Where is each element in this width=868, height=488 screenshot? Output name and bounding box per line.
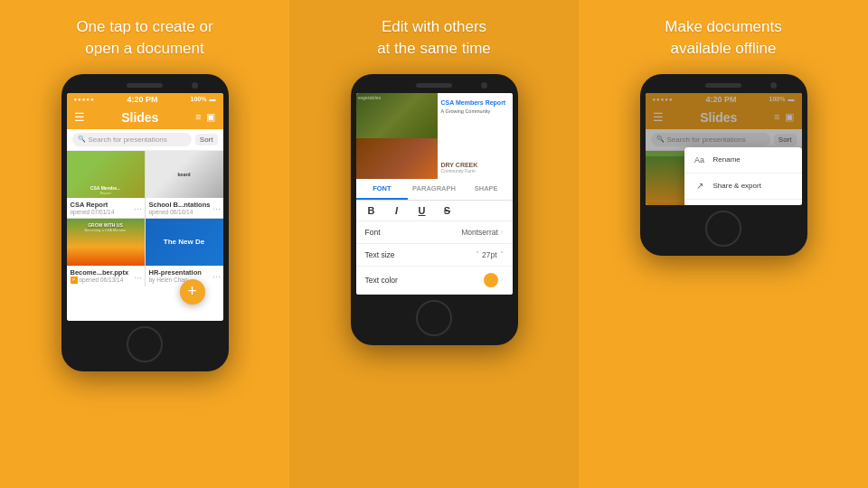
sort-button-one[interactable]: Sort bbox=[195, 134, 218, 145]
context-menu-share[interactable]: ↗ Share & export bbox=[684, 174, 802, 200]
slide-logo: DRY CREEK bbox=[441, 162, 509, 168]
battery-icon-one: ▬ bbox=[209, 96, 215, 102]
doc-card-csa[interactable]: CSA Membe... Report CSA Report opened 07… bbox=[67, 151, 145, 218]
phone-speaker-two bbox=[416, 83, 452, 88]
doc-thumb-grow: GROW WITH US Becoming a CSA Member bbox=[67, 219, 145, 266]
share-icon: ↗ bbox=[693, 180, 706, 192]
slide-preview: vegetables CSA Members Report A Growing … bbox=[356, 93, 513, 179]
status-bar-one: ●●●●● 4:20 PM 100% ▬ bbox=[67, 93, 223, 106]
share-label: Share & export bbox=[713, 182, 761, 190]
doc-more-hr[interactable]: ⋯ bbox=[212, 273, 221, 282]
font-label: Font bbox=[365, 228, 381, 237]
tab-font[interactable]: FONT bbox=[356, 179, 409, 200]
slide-left-bottom bbox=[356, 138, 438, 179]
panel-one-title: One tap to create or open a document bbox=[76, 16, 212, 60]
phone-three: ●●●●● 4:20 PM 100% ▬ ☰ Slides ≡ ▣ bbox=[640, 74, 807, 256]
phone-two: vegetables CSA Members Report A Growing … bbox=[351, 74, 518, 345]
phone-camera-three bbox=[770, 82, 777, 89]
main-layout: One tap to create or open a document ●●●… bbox=[0, 0, 868, 488]
panel-offline: Make documents available offline ●●●●● 4… bbox=[579, 0, 868, 488]
phone-home-one[interactable] bbox=[127, 326, 163, 362]
doc-more-grow[interactable]: ⋯ bbox=[134, 274, 142, 283]
doc-more-csa[interactable]: ⋯ bbox=[134, 205, 142, 214]
size-label: Text size bbox=[365, 250, 395, 259]
toolbar-tabs: FONT PARAGRAPH SHAPE bbox=[356, 179, 513, 201]
slide-right: CSA Members Report A Growing Community D… bbox=[438, 93, 513, 179]
phone-screen-two: vegetables CSA Members Report A Growing … bbox=[356, 93, 513, 295]
tab-paragraph[interactable]: PARAGRAPH bbox=[408, 179, 460, 200]
underline-button[interactable]: U bbox=[414, 205, 430, 216]
font-value: Montserrat › bbox=[461, 228, 503, 237]
context-menu-keep[interactable]: 📌 Keep on device bbox=[684, 200, 802, 205]
phone-speaker-three bbox=[705, 83, 741, 88]
doc-thumb-csa: CSA Membe... Report bbox=[67, 151, 145, 198]
panel-offline-title: Make documents available offline bbox=[665, 16, 781, 60]
size-value: ˅ 27pt ˄ bbox=[476, 250, 504, 259]
panel-edit-title: Edit with others at the same time bbox=[377, 16, 491, 60]
doc-more-school[interactable]: ⋯ bbox=[212, 205, 221, 214]
color-chevron: › bbox=[501, 276, 504, 284]
panel-one-tap: One tap to create or open a document ●●●… bbox=[0, 0, 289, 488]
search-icon-one: 🔍 bbox=[78, 136, 86, 143]
italic-button[interactable]: I bbox=[389, 205, 405, 216]
doc-name-grow: Become...ber.pptx bbox=[71, 268, 141, 277]
doc-name-hr: HR-presentation bbox=[149, 268, 220, 277]
phone-screen-three: ●●●●● 4:20 PM 100% ▬ ☰ Slides ≡ ▣ bbox=[646, 93, 802, 205]
doc-info-school: School B...ntations opened 06/10/14 ⋯ bbox=[146, 198, 223, 218]
size-property-row[interactable]: Text size ˅ 27pt ˄ bbox=[356, 244, 513, 267]
doc-meta-csa: opened 07/01/14 bbox=[71, 209, 141, 215]
phone-one: ●●●●● 4:20 PM 100% ▬ ☰ Slides ≡ ▣ bbox=[61, 74, 229, 371]
doc-thumb-school: board bbox=[146, 151, 223, 198]
battery-one: 100% bbox=[191, 96, 207, 102]
signal-dots-one: ●●●●● bbox=[74, 97, 95, 102]
fab-button-one[interactable]: + bbox=[180, 279, 205, 305]
phone-top-three bbox=[646, 83, 802, 88]
list-icon-one[interactable]: ≡ bbox=[195, 111, 201, 123]
phone-speaker-one bbox=[127, 83, 163, 88]
doc-info-grow: Become...ber.pptx P opened 06/13/14 ⋯ bbox=[67, 266, 145, 286]
bold-button[interactable]: B bbox=[363, 205, 380, 216]
color-label: Text color bbox=[365, 276, 398, 285]
phone-top-one bbox=[67, 83, 223, 88]
font-property-row[interactable]: Font Montserrat › bbox=[356, 221, 513, 244]
doc-thumb-hr: The New De bbox=[146, 219, 223, 266]
search-bar-one: 🔍 Search for presentations Sort bbox=[67, 129, 223, 151]
time-one: 4:20 PM bbox=[127, 95, 158, 104]
pptx-icon-grow: P bbox=[71, 277, 78, 284]
doc-card-grow[interactable]: GROW WITH US Becoming a CSA Member Becom… bbox=[67, 219, 145, 286]
slide-left-top: vegetables bbox=[356, 93, 438, 138]
color-property-row[interactable]: Text color › bbox=[356, 267, 513, 295]
folder-icon-one[interactable]: ▣ bbox=[206, 111, 215, 123]
app-header-one: ☰ Slides ≡ ▣ bbox=[67, 106, 223, 129]
phone-screen-one: ●●●●● 4:20 PM 100% ▬ ☰ Slides ≡ ▣ bbox=[67, 93, 223, 321]
header-icons-one: ≡ ▣ bbox=[195, 111, 215, 123]
phone-top-two bbox=[356, 83, 513, 88]
strikethrough-button[interactable]: S bbox=[439, 205, 456, 216]
doc-meta-school: opened 06/10/14 bbox=[149, 209, 220, 215]
phone-home-two[interactable] bbox=[416, 300, 452, 336]
rename-icon: Aa bbox=[693, 154, 706, 166]
doc-name-school: School B...ntations bbox=[149, 201, 220, 209]
fab-container: + bbox=[67, 286, 223, 321]
phone-camera-one bbox=[192, 82, 198, 89]
search-placeholder-one: Search for presentations bbox=[89, 136, 167, 144]
phone-home-three[interactable] bbox=[705, 211, 741, 247]
slide-title: CSA Members Report bbox=[441, 99, 509, 107]
doc-card-school[interactable]: board School B...ntations opened 06/10/1… bbox=[146, 151, 223, 218]
hamburger-icon-one[interactable]: ☰ bbox=[74, 110, 85, 124]
phone-camera-two bbox=[481, 82, 487, 89]
context-menu-rename[interactable]: Aa Rename bbox=[684, 147, 802, 174]
font-chevron: › bbox=[501, 228, 504, 236]
doc-name-csa: CSA Report bbox=[71, 201, 141, 209]
format-buttons: B I U S bbox=[356, 201, 513, 221]
doc-info-csa: CSA Report opened 07/01/14 ⋯ bbox=[67, 198, 145, 218]
doc-card-hr[interactable]: The New De HR-presentation by Helen Chan… bbox=[146, 219, 223, 286]
slide-logo-sub: Community Farm bbox=[441, 168, 509, 174]
rename-label: Rename bbox=[713, 155, 741, 164]
tab-shape[interactable]: SHAPE bbox=[460, 179, 513, 200]
search-input-one[interactable]: 🔍 Search for presentations bbox=[72, 133, 192, 146]
status-right-one: 100% ▬ bbox=[191, 96, 216, 102]
panel-edit: Edit with others at the same time vegeta… bbox=[289, 0, 579, 488]
slide-left: vegetables bbox=[356, 93, 438, 179]
color-dot bbox=[484, 273, 498, 287]
